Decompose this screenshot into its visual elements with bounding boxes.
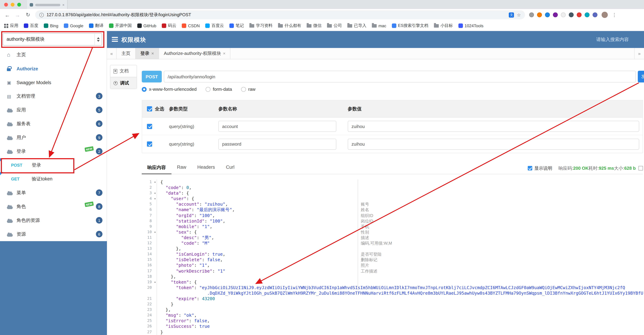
extension-icon[interactable]	[561, 12, 566, 17]
bookmark-item[interactable]: Bing	[44, 23, 58, 28]
bookmark-item[interactable]: 已导入	[347, 23, 366, 29]
extension-icon[interactable]	[545, 12, 550, 17]
module-select[interactable]: authority-权限模块	[3, 33, 102, 46]
response-tab-Raw[interactable]: Raw	[172, 164, 192, 174]
bookmark-item[interactable]: 公司	[327, 23, 342, 29]
window-control-dot[interactable]	[4, 3, 8, 6]
content-type-option[interactable]: raw	[241, 86, 256, 92]
bookmark-item[interactable]: 翻译	[89, 23, 103, 29]
radio-button[interactable]	[206, 87, 210, 92]
bookmark-item[interactable]: 笔记	[230, 23, 244, 29]
extension-icon[interactable]	[577, 12, 582, 17]
fullscreen-icon[interactable]	[638, 166, 643, 170]
response-tab-响应内容[interactable]: 响应内容	[142, 164, 172, 174]
sidebar-item-role-resource[interactable]: 角色的资源1	[0, 214, 106, 227]
tab-close-icon[interactable]: ×	[62, 3, 64, 7]
bookmark-item[interactable]: CSDN	[182, 23, 200, 28]
sidebar-item-login-post[interactable]: POST登录	[0, 158, 106, 172]
bookmark-item[interactable]: 开源中国	[109, 23, 132, 29]
fold-icon[interactable]: ▾	[154, 180, 156, 185]
param-checkbox[interactable]	[147, 124, 152, 129]
sidebar-item-authorize[interactable]: Authorize	[0, 62, 106, 76]
tab-home[interactable]: 主页	[116, 48, 136, 59]
response-tab-Curl[interactable]: Curl	[220, 164, 240, 174]
radio-button[interactable]	[142, 87, 146, 92]
sidebar-item-app[interactable]: 应用5	[0, 103, 106, 117]
param-name-input[interactable]: password	[218, 138, 336, 150]
mode-debug[interactable]: 调试	[110, 77, 136, 89]
mode-doc[interactable]: 文档	[110, 65, 136, 77]
param-value-input[interactable]: zuihou	[348, 138, 639, 150]
show-description-toggle[interactable]: 显示说明	[528, 165, 552, 171]
bookmark-item[interactable]: 码云	[162, 23, 176, 29]
browser-tab[interactable]: ×	[27, 1, 68, 9]
sidebar-item-verify-token-get[interactable]: GET验证token	[0, 172, 106, 186]
url-field[interactable]: i 127.0.0.1:8760/api/gate/doc.html#/auth…	[35, 10, 525, 19]
back-icon[interactable]: ←	[4, 12, 10, 18]
sidebar-item-home[interactable]: ⌂主页	[0, 48, 106, 62]
response-tab-Headers[interactable]: Headers	[192, 164, 220, 174]
hamburger-icon[interactable]	[112, 37, 118, 42]
bookmark-item[interactable]: GitHub	[137, 23, 156, 28]
extension-icon[interactable]	[569, 12, 574, 17]
content-type-option[interactable]: x-www-form-urlencoded	[142, 86, 196, 92]
sidebar-item-swagger-models[interactable]: ▣Swagger Models	[0, 76, 106, 89]
bookmark-item[interactable]: ES搜索引擎文档	[392, 23, 428, 29]
tab-close-icon[interactable]: ×	[152, 51, 154, 56]
extension-icon[interactable]	[553, 12, 558, 17]
reload-icon[interactable]: ↻	[25, 12, 31, 18]
bookmark-item[interactable]: 小目标	[434, 23, 453, 29]
avatar[interactable]	[602, 12, 608, 18]
sidebar-item-service[interactable]: 服务表6	[0, 117, 106, 131]
url-text[interactable]: 127.0.0.1:8760/api/gate/doc.html#/author…	[46, 12, 506, 18]
bookmark-item[interactable]: 学习资料	[250, 23, 272, 29]
param-name-input[interactable]: account	[218, 121, 336, 132]
sidebar-item-user[interactable]: 用户9	[0, 131, 106, 144]
tabs-collapse-button[interactable]: «	[107, 48, 116, 59]
tab-authorize[interactable]: Authorize-authority-权限模块×	[159, 48, 230, 59]
sidebar-item-label: 菜单	[16, 190, 26, 196]
select-all-checkbox[interactable]	[147, 106, 152, 112]
bookmark-star-icon[interactable]: ☆	[517, 12, 521, 18]
sidebar-item-role[interactable]: 角色NEW8	[0, 200, 106, 214]
bookmark-item[interactable]: 百度云	[205, 23, 224, 29]
fold-icon[interactable]: ▾	[154, 279, 156, 285]
fold-icon[interactable]: ▾	[154, 190, 156, 196]
fold-icon[interactable]: ▾	[154, 230, 156, 235]
window-control-dot[interactable]	[17, 3, 21, 6]
send-button[interactable]: 发送	[638, 71, 644, 82]
extension-icon[interactable]	[592, 12, 598, 17]
sidebar-item-resource[interactable]: 资源6	[0, 227, 106, 241]
bookmark-item[interactable]: Google	[64, 23, 83, 28]
tabs-expand-button[interactable]: »	[634, 48, 644, 59]
window-control-dot[interactable]	[11, 3, 14, 6]
bookmark-item[interactable]: 百度	[24, 23, 38, 29]
tab-login[interactable]: 登录×	[136, 48, 159, 59]
content-type-option[interactable]: form-data	[206, 86, 232, 92]
radio-button[interactable]	[241, 87, 246, 92]
browser-menu-icon[interactable]: ⋮	[612, 12, 617, 18]
response-body-editor[interactable]: 1▾{2 "code": 0,3▾ "data": {4▾ "user": {5…	[142, 180, 643, 335]
param-value-input[interactable]: zuihou	[348, 121, 639, 132]
show-description-checkbox[interactable]	[528, 166, 532, 170]
translate-icon[interactable]: 文	[509, 12, 514, 18]
param-checkbox[interactable]	[147, 142, 152, 147]
extension-icon[interactable]	[585, 12, 590, 17]
sidebar-item-doc-manage[interactable]: ▤文档管理3	[0, 89, 106, 103]
header-search-placeholder[interactable]: 请输入搜索内容	[596, 36, 629, 43]
bookmark-item[interactable]: mac	[372, 23, 386, 28]
extension-icon[interactable]	[537, 12, 542, 17]
bookmark-item[interactable]: 1024Tools	[458, 23, 484, 28]
tab-close-icon[interactable]: ×	[223, 51, 226, 56]
site-info-icon[interactable]: i	[39, 12, 44, 17]
sidebar-item-login[interactable]: 登录NEW2	[0, 144, 106, 158]
bookmark-item[interactable]: 应用	[4, 23, 18, 29]
code-text: "data": {	[157, 190, 189, 196]
extension-icon[interactable]	[529, 12, 534, 17]
sidebar-item-menu[interactable]: 菜单7	[0, 186, 106, 200]
forward-icon[interactable]: →	[14, 12, 21, 18]
bookmark-item[interactable]: 什么都有	[278, 23, 301, 29]
fold-icon[interactable]: ▾	[154, 196, 156, 202]
api-path-input[interactable]: /api/authority/anno/login	[164, 71, 636, 82]
bookmark-item[interactable]: 微信	[307, 23, 322, 29]
